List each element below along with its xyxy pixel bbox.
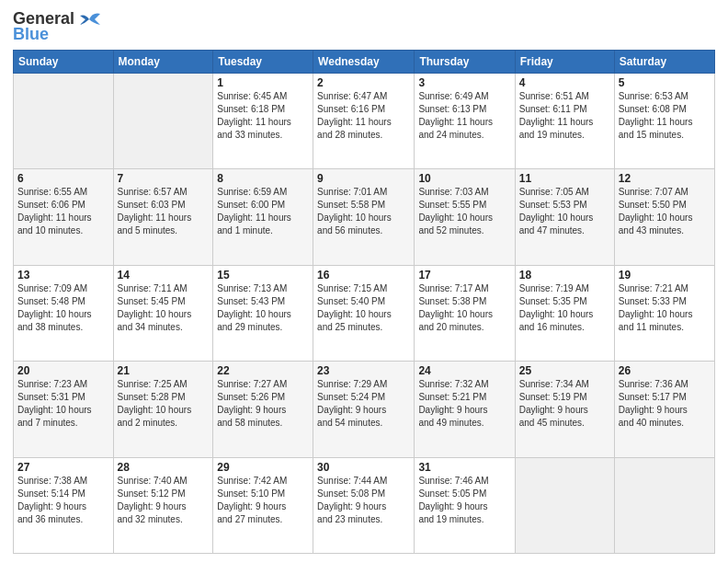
day-detail: Sunrise: 7:05 AM Sunset: 5:53 PM Dayligh… xyxy=(519,186,610,237)
day-detail: Sunrise: 6:53 AM Sunset: 6:08 PM Dayligh… xyxy=(619,90,711,142)
weekday-header-saturday: Saturday xyxy=(614,51,714,74)
weekday-header-sunday: Sunday xyxy=(14,51,114,74)
calendar-cell: 19Sunrise: 7:21 AM Sunset: 5:33 PM Dayli… xyxy=(614,265,714,361)
calendar-cell: 20Sunrise: 7:23 AM Sunset: 5:31 PM Dayli… xyxy=(14,362,114,457)
day-detail: Sunrise: 7:34 AM Sunset: 5:19 PM Dayligh… xyxy=(519,378,610,430)
calendar-cell: 4Sunrise: 6:51 AM Sunset: 6:11 PM Daylig… xyxy=(515,74,614,169)
day-detail: Sunrise: 7:01 AM Sunset: 5:58 PM Dayligh… xyxy=(317,186,410,237)
day-number: 8 xyxy=(217,172,309,185)
calendar-week-3: 13Sunrise: 7:09 AM Sunset: 5:48 PM Dayli… xyxy=(14,265,715,361)
day-detail: Sunrise: 7:44 AM Sunset: 5:08 PM Dayligh… xyxy=(317,475,410,526)
day-detail: Sunrise: 6:59 AM Sunset: 6:00 PM Dayligh… xyxy=(217,186,309,237)
calendar-cell: 24Sunrise: 7:32 AM Sunset: 5:21 PM Dayli… xyxy=(415,362,515,457)
calendar-cell xyxy=(14,74,114,169)
day-number: 5 xyxy=(619,76,711,89)
calendar-cell: 12Sunrise: 7:07 AM Sunset: 5:50 PM Dayli… xyxy=(614,169,714,265)
calendar-cell xyxy=(113,74,213,169)
day-number: 9 xyxy=(317,172,410,185)
calendar-week-1: 1Sunrise: 6:45 AM Sunset: 6:18 PM Daylig… xyxy=(14,74,715,169)
calendar-cell xyxy=(614,457,714,553)
calendar-cell: 5Sunrise: 6:53 AM Sunset: 6:08 PM Daylig… xyxy=(614,74,714,169)
day-detail: Sunrise: 7:29 AM Sunset: 5:24 PM Dayligh… xyxy=(317,378,410,430)
day-detail: Sunrise: 6:57 AM Sunset: 6:03 PM Dayligh… xyxy=(118,186,210,237)
day-number: 13 xyxy=(17,269,109,282)
calendar-cell: 21Sunrise: 7:25 AM Sunset: 5:28 PM Dayli… xyxy=(113,362,213,457)
day-detail: Sunrise: 6:47 AM Sunset: 6:16 PM Dayligh… xyxy=(317,90,410,142)
day-number: 22 xyxy=(217,364,309,377)
day-detail: Sunrise: 7:21 AM Sunset: 5:33 PM Dayligh… xyxy=(619,282,711,334)
header: General Blue xyxy=(13,9,715,44)
day-detail: Sunrise: 6:49 AM Sunset: 6:13 PM Dayligh… xyxy=(418,90,510,142)
calendar-cell: 22Sunrise: 7:27 AM Sunset: 5:26 PM Dayli… xyxy=(213,362,313,457)
day-number: 7 xyxy=(118,172,210,185)
calendar-cell: 30Sunrise: 7:44 AM Sunset: 5:08 PM Dayli… xyxy=(313,457,415,553)
day-number: 19 xyxy=(619,269,711,282)
day-detail: Sunrise: 7:46 AM Sunset: 5:05 PM Dayligh… xyxy=(418,475,510,526)
calendar-cell: 17Sunrise: 7:17 AM Sunset: 5:38 PM Dayli… xyxy=(415,265,515,361)
day-number: 27 xyxy=(17,461,109,474)
day-detail: Sunrise: 7:36 AM Sunset: 5:17 PM Dayligh… xyxy=(619,378,711,430)
calendar-cell: 31Sunrise: 7:46 AM Sunset: 5:05 PM Dayli… xyxy=(415,457,515,553)
day-number: 21 xyxy=(118,364,210,377)
day-number: 15 xyxy=(217,269,309,282)
day-detail: Sunrise: 7:03 AM Sunset: 5:55 PM Dayligh… xyxy=(418,186,510,237)
day-number: 12 xyxy=(619,172,711,185)
day-number: 26 xyxy=(619,364,711,377)
day-detail: Sunrise: 7:38 AM Sunset: 5:14 PM Dayligh… xyxy=(17,475,109,526)
calendar-cell: 27Sunrise: 7:38 AM Sunset: 5:14 PM Dayli… xyxy=(14,457,114,553)
day-number: 14 xyxy=(118,269,210,282)
day-detail: Sunrise: 7:07 AM Sunset: 5:50 PM Dayligh… xyxy=(619,186,711,237)
calendar-header-row: SundayMondayTuesdayWednesdayThursdayFrid… xyxy=(14,51,715,74)
day-number: 24 xyxy=(418,364,510,377)
calendar-week-4: 20Sunrise: 7:23 AM Sunset: 5:31 PM Dayli… xyxy=(14,362,715,457)
day-number: 1 xyxy=(217,76,309,89)
logo: General Blue xyxy=(13,9,102,44)
calendar-cell: 15Sunrise: 7:13 AM Sunset: 5:43 PM Dayli… xyxy=(213,265,313,361)
weekday-header-monday: Monday xyxy=(113,51,213,74)
day-detail: Sunrise: 6:55 AM Sunset: 6:06 PM Dayligh… xyxy=(17,186,109,237)
day-number: 31 xyxy=(418,461,510,474)
day-detail: Sunrise: 7:19 AM Sunset: 5:35 PM Dayligh… xyxy=(519,282,610,334)
calendar-cell: 14Sunrise: 7:11 AM Sunset: 5:45 PM Dayli… xyxy=(113,265,213,361)
day-detail: Sunrise: 7:40 AM Sunset: 5:12 PM Dayligh… xyxy=(118,475,210,526)
calendar-week-5: 27Sunrise: 7:38 AM Sunset: 5:14 PM Dayli… xyxy=(14,457,715,553)
day-number: 6 xyxy=(17,172,109,185)
day-number: 11 xyxy=(519,172,610,185)
weekday-header-wednesday: Wednesday xyxy=(313,51,415,74)
day-detail: Sunrise: 7:32 AM Sunset: 5:21 PM Dayligh… xyxy=(418,378,510,430)
calendar-cell: 8Sunrise: 6:59 AM Sunset: 6:00 PM Daylig… xyxy=(213,169,313,265)
calendar-cell xyxy=(515,457,614,553)
day-number: 3 xyxy=(418,76,510,89)
calendar-cell: 28Sunrise: 7:40 AM Sunset: 5:12 PM Dayli… xyxy=(113,457,213,553)
day-number: 16 xyxy=(317,269,410,282)
calendar-cell: 1Sunrise: 6:45 AM Sunset: 6:18 PM Daylig… xyxy=(213,74,313,169)
weekday-header-friday: Friday xyxy=(515,51,614,74)
day-number: 20 xyxy=(17,364,109,377)
day-detail: Sunrise: 7:42 AM Sunset: 5:10 PM Dayligh… xyxy=(217,475,309,526)
day-number: 23 xyxy=(317,364,410,377)
calendar-cell: 6Sunrise: 6:55 AM Sunset: 6:06 PM Daylig… xyxy=(14,169,114,265)
calendar-cell: 29Sunrise: 7:42 AM Sunset: 5:10 PM Dayli… xyxy=(213,457,313,553)
calendar-cell: 25Sunrise: 7:34 AM Sunset: 5:19 PM Dayli… xyxy=(515,362,614,457)
calendar-cell: 10Sunrise: 7:03 AM Sunset: 5:55 PM Dayli… xyxy=(415,169,515,265)
day-detail: Sunrise: 7:15 AM Sunset: 5:40 PM Dayligh… xyxy=(317,282,410,334)
day-number: 2 xyxy=(317,76,410,89)
calendar-cell: 26Sunrise: 7:36 AM Sunset: 5:17 PM Dayli… xyxy=(614,362,714,457)
day-detail: Sunrise: 7:13 AM Sunset: 5:43 PM Dayligh… xyxy=(217,282,309,334)
day-detail: Sunrise: 6:51 AM Sunset: 6:11 PM Dayligh… xyxy=(519,90,610,142)
day-detail: Sunrise: 7:25 AM Sunset: 5:28 PM Dayligh… xyxy=(118,378,210,430)
day-detail: Sunrise: 7:11 AM Sunset: 5:45 PM Dayligh… xyxy=(118,282,210,334)
weekday-header-tuesday: Tuesday xyxy=(213,51,313,74)
calendar-cell: 2Sunrise: 6:47 AM Sunset: 6:16 PM Daylig… xyxy=(313,74,415,169)
calendar-cell: 23Sunrise: 7:29 AM Sunset: 5:24 PM Dayli… xyxy=(313,362,415,457)
day-number: 29 xyxy=(217,461,309,474)
day-number: 4 xyxy=(519,76,610,89)
logo-blue: Blue xyxy=(13,25,49,44)
day-number: 17 xyxy=(418,269,510,282)
weekday-header-thursday: Thursday xyxy=(415,51,515,74)
day-number: 30 xyxy=(317,461,410,474)
page: General Blue SundayMondayTuesdayWednesda… xyxy=(0,0,728,563)
day-detail: Sunrise: 7:27 AM Sunset: 5:26 PM Dayligh… xyxy=(217,378,309,430)
day-number: 10 xyxy=(418,172,510,185)
day-detail: Sunrise: 7:09 AM Sunset: 5:48 PM Dayligh… xyxy=(17,282,109,334)
